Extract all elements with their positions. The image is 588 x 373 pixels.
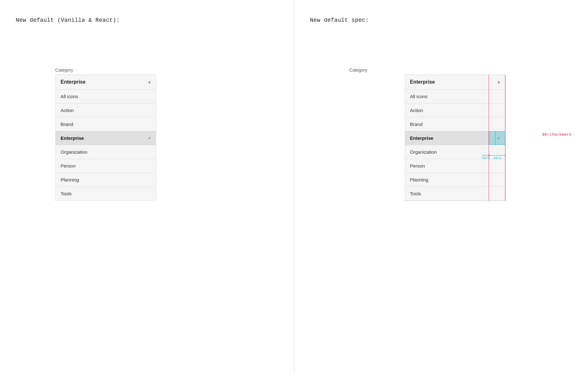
list-item[interactable]: Action <box>405 104 505 117</box>
left-panel-title: New default (Vanilla & React): <box>16 17 294 23</box>
item-label: Organization <box>410 149 437 155</box>
spec-vertical-line-right <box>505 75 505 201</box>
measure-label-right: 16/1 <box>493 156 501 160</box>
list-item[interactable]: Planning <box>405 173 505 187</box>
list-item[interactable]: Brand <box>56 117 156 131</box>
spec-highlight-left <box>489 131 495 145</box>
item-label: Brand <box>410 121 423 127</box>
item-label: All icons <box>410 94 428 99</box>
list-item[interactable]: Tools <box>405 187 505 201</box>
item-label: Planning <box>61 177 79 182</box>
left-dropdown[interactable]: Enterprise ∨ All icons Action Brand Ente… <box>55 74 156 201</box>
list-item[interactable]: All icons <box>405 90 505 104</box>
list-item[interactable]: Person <box>405 159 505 173</box>
checkmark-icon: ✓ <box>148 135 151 141</box>
list-item[interactable]: Organization <box>56 145 156 159</box>
right-dropdown-header[interactable]: Enterprise ∨ <box>405 75 505 90</box>
spec-highlight-right <box>495 131 505 145</box>
right-dropdown-header-text: Enterprise <box>410 79 435 85</box>
item-label: Enterprise <box>61 135 84 141</box>
spec-annotation-checkmark: 16/checkmark <box>542 134 547 135</box>
spec-annotation-label: 16/checkmark <box>542 132 572 137</box>
left-category-label: Category <box>55 68 294 73</box>
item-label: Person <box>410 163 425 169</box>
spec-measure-left: 16/1 <box>483 154 489 160</box>
item-label: Planning <box>410 177 428 182</box>
right-panel-title: New default spec: <box>310 17 588 23</box>
list-item[interactable]: Person <box>56 159 156 173</box>
list-item[interactable]: Tools <box>56 187 156 200</box>
item-label: Enterprise <box>410 135 433 141</box>
item-label: Action <box>61 108 74 113</box>
left-dropdown-header-text: Enterprise <box>61 79 85 85</box>
item-label: Person <box>61 163 76 169</box>
left-dropdown-header[interactable]: Enterprise ∨ <box>56 75 156 90</box>
item-label: Organization <box>61 149 87 155</box>
chevron-down-icon: ∨ <box>497 80 500 85</box>
list-item[interactable]: Brand <box>405 117 505 131</box>
spec-measure-right: 16/1 <box>489 154 506 160</box>
right-category-label: Category <box>350 68 588 73</box>
spec-vertical-line-left <box>489 75 489 201</box>
list-item[interactable]: Planning <box>56 173 156 187</box>
list-item[interactable]: All icons <box>56 90 156 104</box>
item-label: Brand <box>61 121 73 127</box>
list-item[interactable]: Action <box>56 104 156 117</box>
item-label: All icons <box>61 94 78 99</box>
list-item-selected[interactable]: Enterprise ✓ <box>56 131 156 145</box>
item-label: Tools <box>410 191 421 196</box>
right-dropdown[interactable]: Enterprise ∨ All icons Action Brand Ente… <box>405 74 506 201</box>
right-panel: New default spec: Category Enterprise ∨ … <box>294 0 588 373</box>
item-label: Action <box>410 108 423 113</box>
left-panel: New default (Vanilla & React): Category … <box>0 0 294 373</box>
right-dropdown-wrapper: Enterprise ∨ All icons Action Brand Ente… <box>350 74 506 201</box>
item-label: Tools <box>61 191 72 196</box>
chevron-down-icon: ∨ <box>148 80 151 85</box>
list-item-selected[interactable]: Enterprise ✓ <box>405 131 505 145</box>
